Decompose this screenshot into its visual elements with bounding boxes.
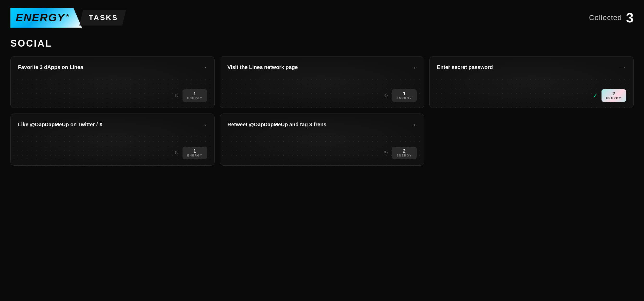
task-card-bottom: ↻ 1 ENERGY: [18, 89, 207, 102]
task-card-top: Like @DapDapMeUp on Twitter / X →: [18, 121, 207, 128]
collected-area: Collected 3: [589, 11, 634, 24]
tasks-label: TASKS: [89, 14, 118, 22]
energy-badge: 1 ENERGY: [183, 89, 207, 102]
energy-number: 2: [403, 149, 405, 153]
energy-badge-holographic: 2 ENERGY: [602, 89, 626, 102]
energy-label: ENERGY: [187, 97, 202, 100]
task-title: Enter secret password: [437, 64, 616, 71]
collected-label: Collected: [589, 14, 622, 22]
energy-number: 1: [193, 91, 196, 96]
check-icon: ✓: [593, 92, 598, 99]
refresh-icon: ↻: [174, 150, 179, 156]
task-title: Visit the Linea network page: [227, 64, 406, 71]
collected-count: 3: [626, 11, 634, 24]
arrow-icon: →: [411, 122, 417, 128]
social-section: SOCIAL Favorite 3 dApps on Linea → ↻ 1 E…: [10, 38, 634, 166]
section-title-social: SOCIAL: [10, 38, 634, 49]
star-icon: *: [66, 12, 69, 21]
arrow-icon: →: [201, 64, 207, 71]
arrow-icon: →: [620, 64, 626, 71]
task-card-top: Visit the Linea network page →: [227, 64, 416, 71]
logo-badge: ENERGY *: [10, 8, 82, 28]
task-title: Favorite 3 dApps on Linea: [18, 64, 197, 71]
refresh-icon: ↻: [384, 150, 388, 156]
energy-label: ENERGY: [397, 154, 412, 157]
task-card-linea-network[interactable]: Visit the Linea network page → ↻ 1 ENERG…: [220, 56, 424, 108]
task-card-like-twitter[interactable]: Like @DapDapMeUp on Twitter / X → ↻ 1 EN…: [10, 114, 215, 166]
task-card-bottom: ↻ 1 ENERGY: [227, 89, 416, 102]
tasks-grid-row2: Like @DapDapMeUp on Twitter / X → ↻ 1 EN…: [10, 114, 634, 166]
energy-badge: 1 ENERGY: [183, 147, 207, 159]
energy-badge: 1 ENERGY: [392, 89, 416, 102]
task-card-top: Enter secret password →: [437, 64, 626, 71]
energy-label: ENERGY: [606, 97, 621, 100]
energy-number: 1: [193, 149, 196, 153]
energy-label: ENERGY: [397, 97, 412, 100]
arrow-icon: →: [201, 122, 207, 128]
task-card-bottom: ↻ 1 ENERGY: [18, 147, 207, 159]
energy-badge: 2 ENERGY: [392, 147, 416, 159]
refresh-icon: ↻: [174, 92, 179, 99]
refresh-icon: ↻: [384, 92, 388, 99]
task-card-top: Favorite 3 dApps on Linea →: [18, 64, 207, 71]
energy-number: 2: [612, 91, 615, 96]
task-card-secret-password[interactable]: Enter secret password → ✓ 2 ENERGY: [429, 56, 634, 108]
logo-area: ENERGY * TASKS: [10, 8, 126, 28]
task-title: Like @DapDapMeUp on Twitter / X: [18, 121, 197, 128]
page-header: ENERGY * TASKS Collected 3: [10, 8, 634, 28]
task-card-top: Retweet @DapDapMeUp and tag 3 frens →: [227, 121, 416, 128]
task-card-bottom: ↻ 2 ENERGY: [227, 147, 416, 159]
arrow-icon: →: [411, 64, 417, 71]
task-card-retweet[interactable]: Retweet @DapDapMeUp and tag 3 frens → ↻ …: [220, 114, 424, 166]
tasks-label-area: TASKS: [79, 10, 126, 26]
task-card-bottom: ✓ 2 ENERGY: [437, 89, 626, 102]
task-card-favorite-dapps[interactable]: Favorite 3 dApps on Linea → ↻ 1 ENERGY: [10, 56, 215, 108]
tasks-grid-row1: Favorite 3 dApps on Linea → ↻ 1 ENERGY V…: [10, 56, 634, 108]
logo-text: ENERGY: [16, 11, 65, 24]
energy-number: 1: [403, 91, 405, 96]
energy-label: ENERGY: [187, 154, 202, 157]
task-title: Retweet @DapDapMeUp and tag 3 frens: [227, 121, 406, 128]
